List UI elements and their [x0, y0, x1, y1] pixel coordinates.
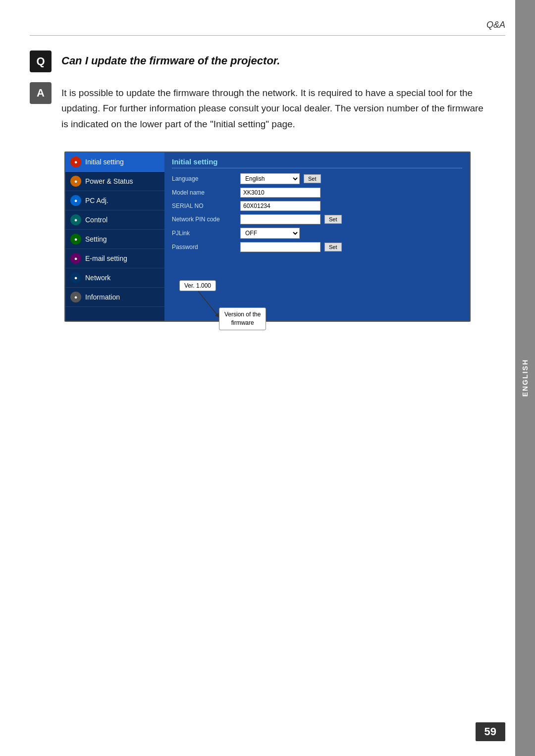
sidebar-item-setting[interactable]: ● Setting — [65, 230, 164, 249]
form-row-network-pin: Network PIN code Set — [172, 214, 462, 224]
sidebar-label-network: Network — [85, 274, 110, 282]
form-row-serial-no: SERIAL NO — [172, 201, 462, 211]
initial-setting-icon: ● — [70, 156, 81, 167]
right-side-panel: ENGLISH — [515, 0, 535, 756]
label-model-name: Model name — [172, 189, 236, 196]
input-network-pin[interactable] — [240, 214, 321, 224]
version-label-box: Version of the firmware — [219, 307, 266, 330]
mockup-inner: ● Initial setting ● Power & Status ● PC … — [65, 152, 470, 321]
english-side-label: ENGLISH — [521, 359, 529, 397]
sidebar-label-initial-setting: Initial setting — [85, 158, 124, 166]
page-container: Q&A Q Can I update the firmware of the p… — [0, 0, 535, 756]
answer-badge: A — [30, 82, 52, 104]
qa-section: Q Can I update the firmware of the proje… — [30, 50, 505, 132]
version-label-line1: Version of the — [224, 311, 261, 318]
pc-adj-icon: ● — [70, 195, 81, 206]
label-language: Language — [172, 175, 236, 182]
answer-row: A It is possible to update the firmware … — [30, 82, 505, 132]
select-language[interactable]: English — [240, 173, 300, 184]
set-btn-network-pin[interactable]: Set — [324, 215, 342, 224]
sidebar-item-pc-adj[interactable]: ● PC Adj. — [65, 191, 164, 210]
input-password[interactable] — [240, 242, 321, 252]
form-row-language: Language English Set — [172, 173, 462, 184]
sidebar-label-setting: Setting — [85, 235, 107, 243]
set-btn-password[interactable]: Set — [324, 243, 342, 252]
select-pjlink[interactable]: OFF ON — [240, 228, 300, 239]
top-header: Q&A — [30, 20, 505, 30]
question-text: Can I update the firmware of the project… — [61, 50, 280, 69]
network-icon: ● — [70, 272, 81, 283]
sidebar-item-control[interactable]: ● Control — [65, 210, 164, 230]
form-row-model-name: Model name — [172, 188, 462, 198]
sidebar-label-information: Information — [85, 293, 120, 301]
ui-mockup: ● Initial setting ● Power & Status ● PC … — [64, 151, 471, 322]
form-row-password: Password Set — [172, 242, 462, 252]
setting-icon: ● — [70, 234, 81, 245]
sidebar-item-information[interactable]: ● Information — [65, 288, 164, 307]
sidebar-item-email-setting[interactable]: ● E-mail setting — [65, 249, 164, 268]
information-icon: ● — [70, 292, 81, 302]
answer-text: It is possible to update the firmware th… — [61, 82, 487, 132]
divider-line — [30, 35, 505, 36]
version-label-line2: firmware — [231, 319, 254, 326]
page-title: Q&A — [486, 20, 505, 30]
control-icon: ● — [70, 214, 81, 225]
sidebar-label-power-status: Power & Status — [85, 177, 133, 185]
page-number-container: 59 — [476, 722, 505, 741]
svg-line-0 — [198, 291, 218, 316]
power-status-icon: ● — [70, 176, 81, 187]
label-password: Password — [172, 244, 236, 251]
mockup-wrapper: ● Initial setting ● Power & Status ● PC … — [64, 151, 471, 322]
label-serial-no: SERIAL NO — [172, 202, 236, 209]
version-bubble: Ver. 1.000 — [179, 280, 216, 291]
sidebar-item-power-status[interactable]: ● Power & Status — [65, 172, 164, 191]
email-setting-icon: ● — [70, 253, 81, 264]
set-btn-language[interactable]: Set — [304, 174, 321, 183]
input-serial-no[interactable] — [240, 201, 321, 211]
sidebar-item-network[interactable]: ● Network — [65, 268, 164, 288]
sidebar: ● Initial setting ● Power & Status ● PC … — [65, 152, 164, 321]
page-number: 59 — [476, 722, 505, 741]
label-network-pin: Network PIN code — [172, 216, 236, 223]
sidebar-label-pc-adj: PC Adj. — [85, 197, 108, 204]
sidebar-label-control: Control — [85, 216, 107, 224]
form-row-pjlink: PJLink OFF ON — [172, 228, 462, 239]
version-callout-container: Ver. 1.000 Version of the — [179, 280, 216, 291]
input-model-name[interactable] — [240, 188, 321, 198]
label-pjlink: PJLink — [172, 230, 236, 237]
question-badge: Q — [30, 50, 52, 72]
main-content: Initial setting Language English Set Mod… — [164, 152, 470, 321]
question-row: Q Can I update the firmware of the proje… — [30, 50, 505, 72]
sidebar-item-initial-setting[interactable]: ● Initial setting — [65, 152, 164, 172]
content-title: Initial setting — [172, 157, 462, 168]
sidebar-label-email-setting: E-mail setting — [85, 254, 127, 262]
